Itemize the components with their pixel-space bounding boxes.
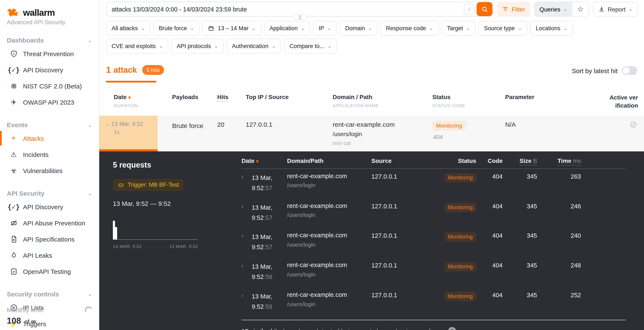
col-header-domain: Domain / Path APPLICATION NAME	[333, 92, 432, 110]
request-code: 404	[476, 232, 502, 239]
request-domain-cell: rent-car-example.com/users/login	[287, 292, 372, 307]
search-bar: /	[106, 2, 494, 16]
limit-total: ∞	[31, 318, 36, 325]
request-row[interactable]: ›13 Mar,9:52:57rent-car-example.com/user…	[242, 198, 626, 228]
filter-chip-source-type[interactable]: Source type⌄	[478, 21, 527, 36]
robot-slash-icon	[9, 219, 18, 227]
sidebar-section-label: Security controls	[7, 291, 59, 298]
attack-parameter: N/A	[505, 116, 599, 151]
sidebar-item-threat-prevention[interactable]: Threat Prevention	[0, 45, 92, 62]
sidebar-item-api-discovery[interactable]: {✓}API Discovery	[0, 199, 92, 215]
sidebar-item-label: NIST CSF 2.0 (Beta)	[23, 82, 82, 90]
filter-chip-domain[interactable]: Domain⌄	[340, 21, 378, 36]
sidebar-section-events: Events⌄⌖Attacks⚠Incidents☣Vulnerabilitie…	[7, 120, 92, 179]
filter-chip-application[interactable]: Application⌄	[264, 21, 310, 36]
col-subheader-application: APPLICATION NAME	[333, 103, 432, 108]
attack-date: 13 Mar, 9:52	[111, 121, 143, 127]
help-icon[interactable]: ?	[448, 327, 456, 330]
req-col-time[interactable]: Time ms	[537, 157, 581, 164]
sidebar-item-label: API Leaks	[23, 252, 52, 259]
sidebar-section-header[interactable]: Dashboards⌄	[7, 35, 92, 45]
sidebar-item-api-leaks[interactable]: API Leaks	[0, 247, 92, 263]
report-button[interactable]: Report ⌄	[593, 2, 638, 16]
request-row[interactable]: ›13 Mar,9:52:56rent-car-example.com/user…	[242, 258, 626, 288]
attack-domain: rent-car-example.com	[333, 121, 432, 128]
request-row[interactable]: ›13 Mar,9:52:56rent-car-example.com/user…	[242, 288, 626, 317]
filter-chip-brute-force[interactable]: Brute force⌄	[153, 21, 200, 36]
sort-control: Sort by latest hit	[572, 66, 637, 75]
col-header-top-ip: Top IP / Source	[246, 92, 333, 110]
sidebar-item-attacks[interactable]: ⌖Attacks	[0, 130, 92, 146]
sampling-highlight: 15 similar hits	[242, 328, 280, 330]
sidebar-section-header[interactable]: Events⌄	[7, 120, 92, 130]
status-badge: Monitoring	[444, 203, 476, 212]
shield-bolt-icon	[9, 49, 18, 58]
sidebar-section-header[interactable]: API Security⌄	[7, 188, 92, 199]
request-row[interactable]: ›13 Mar,9:52:57rent-car-example.com/user…	[242, 228, 626, 258]
req-col-date[interactable]: Date ▾	[242, 157, 287, 164]
sidebar-item-nist-csf-2-0-beta-[interactable]: NIST CSF 2.0 (Beta)	[0, 78, 92, 94]
topbar: / Filter Queries ⌄ ☆	[99, 0, 644, 16]
filter-chip-target[interactable]: Target⌄	[442, 21, 476, 36]
sidebar-section-header[interactable]: Security controls⌄	[7, 289, 92, 299]
attack-active-verification[interactable]	[599, 116, 644, 151]
sidebar-item-label: API Abuse Prevention	[23, 219, 85, 226]
warning-triangle-icon: ⚠	[9, 150, 18, 159]
filter-chip-locations[interactable]: Locations⌄	[530, 21, 573, 36]
col-header-hits[interactable]: Hits	[217, 92, 246, 110]
sort-toggle[interactable]	[622, 66, 637, 75]
sidebar-item-owasp-api-2023[interactable]: ✈OWASP API 2023	[0, 94, 92, 110]
sidebar: wallarm Advanced API Security Dashboards…	[0, 0, 99, 330]
request-row[interactable]: ›13 Mar,9:52:57rent-car-example.com/user…	[242, 169, 626, 199]
sidebar-item-label: Incidents	[23, 151, 48, 158]
req-col-size[interactable]: Size B	[502, 157, 537, 164]
col-header-date[interactable]: Date ▾ DURATION	[99, 92, 158, 110]
attack-count-tab[interactable]: 1 attack 5 hits	[106, 65, 164, 82]
brand-name: wallarm	[23, 8, 55, 18]
chevron-down-icon: ⌄	[141, 26, 145, 31]
sidebar-item-openapi-testing[interactable]: OpenAPI Testing	[0, 263, 92, 279]
request-date: 13 Mar,9:52:56	[252, 262, 287, 283]
target-icon: ⌖	[9, 134, 18, 143]
filter-chip-13-14-mar[interactable]: 13 – 14 Mar⌄	[202, 21, 261, 36]
mini-chart-bar	[113, 221, 115, 239]
attack-date-cell[interactable]: ⌄13 Mar, 9:52 1s	[99, 116, 158, 151]
filter-chip-ip[interactable]: IP⌄	[313, 21, 336, 36]
trigger-badge[interactable]: Trigger: MB BF-Test	[113, 179, 184, 191]
favorite-star-button[interactable]: ☆	[572, 2, 589, 16]
search-button[interactable]	[477, 2, 492, 16]
request-domain-cell: rent-car-example.com/users/login	[287, 173, 372, 188]
chevron-down-icon: ⌄	[368, 26, 372, 31]
sidebar-item-label: Threat Prevention	[23, 50, 74, 57]
filter-button[interactable]: Filter	[497, 2, 530, 16]
chevron-right-icon: ›	[242, 203, 252, 209]
chevron-right-icon: ›	[242, 262, 252, 269]
request-status-cell: Monitoring	[435, 262, 476, 272]
filter-chip-compare-to-[interactable]: Compare to...⌄	[284, 39, 337, 54]
sidebar-item-api-discovery[interactable]: {✓}API Discovery	[0, 62, 92, 78]
search-collapse-toggle[interactable]	[292, 14, 307, 20]
filter-chip-cve-and-exploits[interactable]: CVE and exploits⌄	[106, 39, 168, 54]
request-time: 252	[537, 292, 581, 299]
request-path: /users/login	[287, 212, 372, 218]
sidebar-item-vulnerabilities[interactable]: ☣Vulnerabilities	[0, 163, 92, 179]
attack-row[interactable]: ⌄13 Mar, 9:52 1s Brute force 20 127.0.0.…	[99, 116, 644, 151]
sidebar-item-incidents[interactable]: ⚠Incidents	[0, 146, 92, 163]
details-summary-column: 5 requests Trigger: MB BF-Test 13 Mar, 9…	[99, 151, 242, 330]
chevron-down-icon: ⌄	[518, 26, 522, 31]
request-date: 13 Mar,9:52:57	[252, 232, 287, 253]
filter-chip-label: Source type	[484, 25, 515, 31]
request-time: 240	[537, 232, 581, 239]
sidebar-section-dashboards: Dashboards⌄Threat Prevention{✓}API Disco…	[7, 35, 92, 110]
sidebar-item-label: API Discovery	[23, 203, 63, 210]
filter-chip-api-protocols[interactable]: API protocols⌄	[171, 39, 224, 54]
col-header-payloads: Payloads	[158, 92, 217, 110]
queries-button[interactable]: Queries ⌄	[534, 2, 572, 16]
filter-chip-authentication[interactable]: Authentication⌄	[226, 39, 281, 54]
filter-chip-label: Application	[270, 25, 298, 31]
filter-chip-response-code[interactable]: Response code⌄	[380, 21, 438, 36]
filter-chip-all-attacks[interactable]: All attacks⌄	[106, 21, 150, 36]
sidebar-item-api-abuse-prevention[interactable]: API Abuse Prevention	[0, 215, 92, 231]
request-domain-cell: rent-car-example.com/users/login	[287, 203, 372, 218]
sidebar-item-api-specifications[interactable]: API Specifications	[0, 231, 92, 247]
